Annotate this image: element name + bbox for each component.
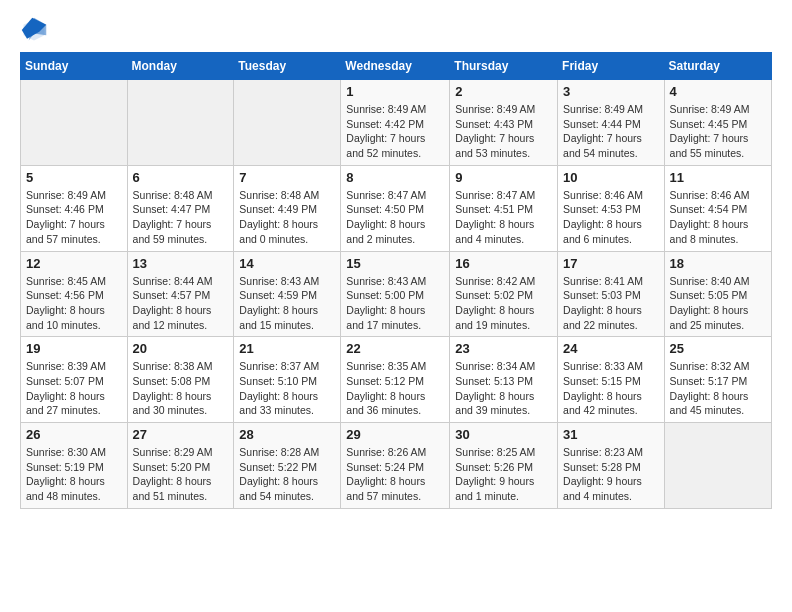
calendar-cell: 14Sunrise: 8:43 AM Sunset: 4:59 PM Dayli… xyxy=(234,251,341,337)
day-number: 4 xyxy=(670,84,766,99)
calendar-cell: 9Sunrise: 8:47 AM Sunset: 4:51 PM Daylig… xyxy=(450,165,558,251)
calendar-cell: 3Sunrise: 8:49 AM Sunset: 4:44 PM Daylig… xyxy=(558,80,665,166)
day-number: 14 xyxy=(239,256,335,271)
day-number: 24 xyxy=(563,341,659,356)
weekday-header-tuesday: Tuesday xyxy=(234,53,341,80)
calendar-cell: 21Sunrise: 8:37 AM Sunset: 5:10 PM Dayli… xyxy=(234,337,341,423)
calendar-cell: 23Sunrise: 8:34 AM Sunset: 5:13 PM Dayli… xyxy=(450,337,558,423)
day-info: Sunrise: 8:47 AM Sunset: 4:50 PM Dayligh… xyxy=(346,188,444,247)
day-number: 29 xyxy=(346,427,444,442)
calendar-cell: 15Sunrise: 8:43 AM Sunset: 5:00 PM Dayli… xyxy=(341,251,450,337)
calendar-header: SundayMondayTuesdayWednesdayThursdayFrid… xyxy=(21,53,772,80)
day-number: 15 xyxy=(346,256,444,271)
day-number: 23 xyxy=(455,341,552,356)
calendar-cell: 27Sunrise: 8:29 AM Sunset: 5:20 PM Dayli… xyxy=(127,423,234,509)
calendar-cell: 7Sunrise: 8:48 AM Sunset: 4:49 PM Daylig… xyxy=(234,165,341,251)
day-info: Sunrise: 8:49 AM Sunset: 4:44 PM Dayligh… xyxy=(563,102,659,161)
day-info: Sunrise: 8:49 AM Sunset: 4:43 PM Dayligh… xyxy=(455,102,552,161)
calendar-cell: 16Sunrise: 8:42 AM Sunset: 5:02 PM Dayli… xyxy=(450,251,558,337)
calendar-cell: 8Sunrise: 8:47 AM Sunset: 4:50 PM Daylig… xyxy=(341,165,450,251)
calendar-body: 1Sunrise: 8:49 AM Sunset: 4:42 PM Daylig… xyxy=(21,80,772,509)
day-number: 26 xyxy=(26,427,122,442)
day-info: Sunrise: 8:23 AM Sunset: 5:28 PM Dayligh… xyxy=(563,445,659,504)
day-info: Sunrise: 8:46 AM Sunset: 4:53 PM Dayligh… xyxy=(563,188,659,247)
calendar-cell: 24Sunrise: 8:33 AM Sunset: 5:15 PM Dayli… xyxy=(558,337,665,423)
day-info: Sunrise: 8:28 AM Sunset: 5:22 PM Dayligh… xyxy=(239,445,335,504)
calendar-cell: 19Sunrise: 8:39 AM Sunset: 5:07 PM Dayli… xyxy=(21,337,128,423)
week-row-2: 5Sunrise: 8:49 AM Sunset: 4:46 PM Daylig… xyxy=(21,165,772,251)
day-info: Sunrise: 8:38 AM Sunset: 5:08 PM Dayligh… xyxy=(133,359,229,418)
logo-icon xyxy=(20,16,48,44)
calendar-cell: 13Sunrise: 8:44 AM Sunset: 4:57 PM Dayli… xyxy=(127,251,234,337)
calendar-cell: 25Sunrise: 8:32 AM Sunset: 5:17 PM Dayli… xyxy=(664,337,771,423)
calendar-cell: 5Sunrise: 8:49 AM Sunset: 4:46 PM Daylig… xyxy=(21,165,128,251)
calendar-cell xyxy=(127,80,234,166)
weekday-header-sunday: Sunday xyxy=(21,53,128,80)
day-info: Sunrise: 8:47 AM Sunset: 4:51 PM Dayligh… xyxy=(455,188,552,247)
weekday-header-wednesday: Wednesday xyxy=(341,53,450,80)
day-info: Sunrise: 8:42 AM Sunset: 5:02 PM Dayligh… xyxy=(455,274,552,333)
week-row-5: 26Sunrise: 8:30 AM Sunset: 5:19 PM Dayli… xyxy=(21,423,772,509)
day-info: Sunrise: 8:45 AM Sunset: 4:56 PM Dayligh… xyxy=(26,274,122,333)
day-number: 8 xyxy=(346,170,444,185)
day-info: Sunrise: 8:34 AM Sunset: 5:13 PM Dayligh… xyxy=(455,359,552,418)
day-info: Sunrise: 8:29 AM Sunset: 5:20 PM Dayligh… xyxy=(133,445,229,504)
calendar-cell: 2Sunrise: 8:49 AM Sunset: 4:43 PM Daylig… xyxy=(450,80,558,166)
day-info: Sunrise: 8:46 AM Sunset: 4:54 PM Dayligh… xyxy=(670,188,766,247)
day-info: Sunrise: 8:25 AM Sunset: 5:26 PM Dayligh… xyxy=(455,445,552,504)
page: SundayMondayTuesdayWednesdayThursdayFrid… xyxy=(0,0,792,529)
day-info: Sunrise: 8:49 AM Sunset: 4:46 PM Dayligh… xyxy=(26,188,122,247)
day-info: Sunrise: 8:48 AM Sunset: 4:47 PM Dayligh… xyxy=(133,188,229,247)
day-info: Sunrise: 8:33 AM Sunset: 5:15 PM Dayligh… xyxy=(563,359,659,418)
calendar-cell: 26Sunrise: 8:30 AM Sunset: 5:19 PM Dayli… xyxy=(21,423,128,509)
week-row-1: 1Sunrise: 8:49 AM Sunset: 4:42 PM Daylig… xyxy=(21,80,772,166)
calendar-cell: 18Sunrise: 8:40 AM Sunset: 5:05 PM Dayli… xyxy=(664,251,771,337)
calendar-cell xyxy=(664,423,771,509)
day-info: Sunrise: 8:26 AM Sunset: 5:24 PM Dayligh… xyxy=(346,445,444,504)
calendar-cell xyxy=(21,80,128,166)
week-row-4: 19Sunrise: 8:39 AM Sunset: 5:07 PM Dayli… xyxy=(21,337,772,423)
week-row-3: 12Sunrise: 8:45 AM Sunset: 4:56 PM Dayli… xyxy=(21,251,772,337)
day-info: Sunrise: 8:43 AM Sunset: 4:59 PM Dayligh… xyxy=(239,274,335,333)
day-number: 3 xyxy=(563,84,659,99)
day-number: 28 xyxy=(239,427,335,442)
day-info: Sunrise: 8:35 AM Sunset: 5:12 PM Dayligh… xyxy=(346,359,444,418)
day-number: 30 xyxy=(455,427,552,442)
calendar-table: SundayMondayTuesdayWednesdayThursdayFrid… xyxy=(20,52,772,509)
day-number: 18 xyxy=(670,256,766,271)
calendar-cell: 12Sunrise: 8:45 AM Sunset: 4:56 PM Dayli… xyxy=(21,251,128,337)
calendar-cell: 29Sunrise: 8:26 AM Sunset: 5:24 PM Dayli… xyxy=(341,423,450,509)
day-number: 27 xyxy=(133,427,229,442)
weekday-header-friday: Friday xyxy=(558,53,665,80)
day-number: 31 xyxy=(563,427,659,442)
calendar-cell: 30Sunrise: 8:25 AM Sunset: 5:26 PM Dayli… xyxy=(450,423,558,509)
day-number: 17 xyxy=(563,256,659,271)
day-number: 12 xyxy=(26,256,122,271)
day-info: Sunrise: 8:43 AM Sunset: 5:00 PM Dayligh… xyxy=(346,274,444,333)
calendar-cell: 10Sunrise: 8:46 AM Sunset: 4:53 PM Dayli… xyxy=(558,165,665,251)
calendar-cell: 22Sunrise: 8:35 AM Sunset: 5:12 PM Dayli… xyxy=(341,337,450,423)
weekday-header-monday: Monday xyxy=(127,53,234,80)
day-number: 1 xyxy=(346,84,444,99)
day-info: Sunrise: 8:41 AM Sunset: 5:03 PM Dayligh… xyxy=(563,274,659,333)
day-info: Sunrise: 8:49 AM Sunset: 4:42 PM Dayligh… xyxy=(346,102,444,161)
day-number: 7 xyxy=(239,170,335,185)
calendar-cell: 4Sunrise: 8:49 AM Sunset: 4:45 PM Daylig… xyxy=(664,80,771,166)
day-number: 21 xyxy=(239,341,335,356)
day-info: Sunrise: 8:40 AM Sunset: 5:05 PM Dayligh… xyxy=(670,274,766,333)
day-number: 11 xyxy=(670,170,766,185)
calendar-cell: 1Sunrise: 8:49 AM Sunset: 4:42 PM Daylig… xyxy=(341,80,450,166)
day-number: 6 xyxy=(133,170,229,185)
logo xyxy=(20,16,52,44)
day-number: 13 xyxy=(133,256,229,271)
calendar-cell: 20Sunrise: 8:38 AM Sunset: 5:08 PM Dayli… xyxy=(127,337,234,423)
calendar-cell: 17Sunrise: 8:41 AM Sunset: 5:03 PM Dayli… xyxy=(558,251,665,337)
calendar-cell: 28Sunrise: 8:28 AM Sunset: 5:22 PM Dayli… xyxy=(234,423,341,509)
header xyxy=(20,16,772,44)
day-number: 19 xyxy=(26,341,122,356)
day-info: Sunrise: 8:49 AM Sunset: 4:45 PM Dayligh… xyxy=(670,102,766,161)
day-number: 2 xyxy=(455,84,552,99)
day-number: 9 xyxy=(455,170,552,185)
weekday-header-saturday: Saturday xyxy=(664,53,771,80)
day-number: 16 xyxy=(455,256,552,271)
